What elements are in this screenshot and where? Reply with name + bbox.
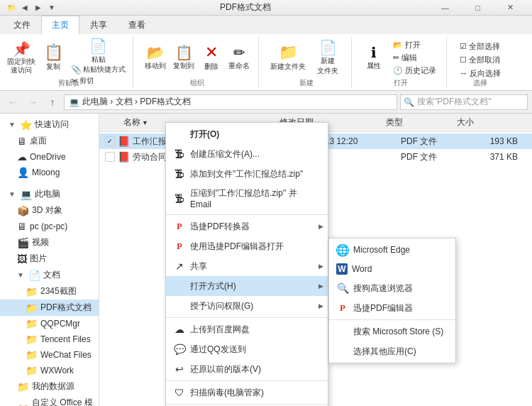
address-bar: ← → ↑ 💻 此电脑 › 文档 › PDF格式文档 🔍 搜索"PDF格式文档" xyxy=(0,91,532,114)
copy-to-button[interactable]: 📋 复制到 xyxy=(170,38,197,77)
file-checkbox-1[interactable]: ✓ xyxy=(105,136,115,146)
sidebar-item-desktop[interactable]: 🖥 桌面 xyxy=(0,133,99,149)
ctx-email-icon: 🗜 xyxy=(173,192,186,205)
sidebar-item-3dobjects[interactable]: 📦 3D 对象 xyxy=(0,202,99,219)
maximize-button[interactable]: □ xyxy=(462,0,494,16)
ctx-share[interactable]: ↗ 共享 xyxy=(166,256,328,276)
properties-label: 属性 xyxy=(367,61,381,71)
up-button[interactable]: ↑ xyxy=(44,94,61,111)
edit-icon: ✏ xyxy=(393,53,399,62)
submenu-sogou[interactable]: 🔍 搜狗高速浏览器 xyxy=(329,278,455,298)
col-type[interactable]: 类型 xyxy=(383,116,454,128)
address-path[interactable]: 💻 此电脑 › 文档 › PDF格式文档 xyxy=(64,94,397,110)
submenu-xunjie[interactable]: P 迅捷PDF编辑器 xyxy=(329,298,455,318)
sidebar-item-thispc[interactable]: ▼ 💻 此电脑 xyxy=(0,186,99,202)
close-button[interactable]: ✕ xyxy=(494,0,526,16)
select-all-button[interactable]: ☑ 全部选择 xyxy=(455,40,505,53)
tab-share[interactable]: 共享 xyxy=(79,16,118,34)
ctx-add-to-zip[interactable]: 🗜 添加到文件"工作汇报总结.zip" xyxy=(166,164,328,184)
submenu-edge[interactable]: 🌐 Microsoft Edge xyxy=(329,240,455,260)
sidebar-item-tencent[interactable]: 📁 Tencent Files xyxy=(0,331,99,347)
organize-buttons: 📂 移动到 📋 复制到 ✕ 删除 ✏ 重命名 xyxy=(142,37,253,78)
rename-button[interactable]: ✏ 重命名 xyxy=(226,38,253,77)
ctx-open[interactable]: 打开(O) xyxy=(166,124,328,144)
sidebar-item-documents[interactable]: ▼ 📄 文档 xyxy=(0,267,99,283)
ctx-addzip-icon: 🗜 xyxy=(173,168,186,180)
ribbon-group-open: ℹ 属性 📂 打开 ✏ 编辑 🕐 历史记录 打开 xyxy=(355,37,447,88)
sidebar-item-pictures[interactable]: 🖼 图片 xyxy=(0,251,99,267)
sidebar-label-wechat: WeChat Files xyxy=(40,350,92,360)
sidebar-item-mloong[interactable]: 👤 Mloong xyxy=(0,165,99,180)
move-to-button[interactable]: 📂 移动到 xyxy=(142,38,169,77)
minimize-button[interactable]: — xyxy=(429,0,461,16)
pin-button[interactable]: 📌 固定到快速访问 xyxy=(4,38,38,77)
rename-label: 重命名 xyxy=(228,61,250,71)
ctx-compress-email[interactable]: 🗜 压缩到"工作汇报总结.zip" 并 Email xyxy=(166,184,328,213)
submenu-ms-store[interactable]: 搜索 Microsoft Store (S) xyxy=(329,322,455,341)
ctx-openwith-icon xyxy=(173,280,186,292)
new-item-button[interactable]: 📄 新建文件夹 xyxy=(310,38,345,77)
submenu-other-app[interactable]: 选择其他应用(C) xyxy=(329,341,455,361)
ctx-xunjie-pdf[interactable]: P 迅捷PDF转换器 xyxy=(166,216,328,236)
sidebar-label-qqpc: QQPCMgr xyxy=(40,319,80,329)
sidebar-item-video[interactable]: 🎬 视频 xyxy=(0,234,99,251)
sidebar-item-quickaccess[interactable]: ▼ ⭐ 快速访问 xyxy=(0,116,99,133)
ctx-scan-virus[interactable]: 🛡 扫描病毒(电脑管家) xyxy=(166,383,328,402)
ctx-open-with[interactable]: 打开方式(H) xyxy=(166,276,328,296)
new-folder-button[interactable]: 📁 新建文件夹 xyxy=(267,38,309,77)
ctx-open-label: 打开(O) xyxy=(190,128,219,141)
tab-home[interactable]: 主页 xyxy=(41,16,79,34)
delete-button[interactable]: ✕ 删除 xyxy=(199,38,224,77)
sidebar-item-2345[interactable]: 📁 2345截图 xyxy=(0,283,99,300)
ctx-restore-version[interactable]: ↩ 还原以前的版本(V) xyxy=(166,359,328,379)
ctx-use-pdf-editor[interactable]: P 使用迅捷PDF编辑器打开 xyxy=(166,236,328,256)
col-type-label: 类型 xyxy=(386,116,403,128)
col-size[interactable]: 大小 xyxy=(454,116,532,128)
file-checkbox-2[interactable] xyxy=(105,152,115,162)
window-controls[interactable]: — □ ✕ xyxy=(429,0,526,16)
history-button[interactable]: 🕐 历史记录 xyxy=(389,64,440,77)
sidebar-item-datasource[interactable]: 📁 我的数据源 xyxy=(0,378,99,395)
submenu-word[interactable]: W Word xyxy=(329,260,455,278)
mloong-icon: 👤 xyxy=(17,167,29,178)
ctx-send-qq[interactable]: 💬 通过QQ发送到 xyxy=(166,339,328,359)
ctx-zip-label: 创建压缩文件(A)... xyxy=(190,148,260,160)
open-sub-icon: 📂 xyxy=(393,40,403,50)
ctx-grant-access[interactable]: 授予访问权限(G) xyxy=(166,296,328,316)
paste-button[interactable]: 📄 粘贴 xyxy=(68,38,128,64)
open-sub-button[interactable]: 📂 打开 xyxy=(389,38,440,51)
ctx-share-label: 共享 xyxy=(190,260,207,273)
back-button[interactable]: ← xyxy=(4,94,21,111)
sidebar-label-desktop: 桌面 xyxy=(30,135,47,147)
sidebar-label-onedrive: OneDrive xyxy=(30,152,66,162)
paste-shortcut-button[interactable]: 📎 粘贴快捷方式 xyxy=(68,64,128,75)
forward-icon: ▶ xyxy=(33,2,44,13)
properties-button[interactable]: ℹ 属性 xyxy=(360,38,387,77)
ctx-upload-baidu[interactable]: ☁ 上传到百度网盘 xyxy=(166,319,328,339)
sidebar-label-quickaccess: 快速访问 xyxy=(35,119,69,131)
search-box[interactable]: 🔍 搜索"PDF格式文档" xyxy=(400,94,528,110)
wechat-icon: 📁 xyxy=(26,349,38,361)
ctx-baidu-label: 上传到百度网盘 xyxy=(190,324,250,336)
sidebar-item-pdfdir[interactable]: 📁 PDF格式文档 xyxy=(0,300,99,316)
edge-label: Microsoft Edge xyxy=(353,245,410,255)
ctx-restore-icon: ↩ xyxy=(173,363,186,375)
sidebar-item-onedrive[interactable]: ☁ OneDrive xyxy=(0,149,99,165)
sidebar-item-officetpl[interactable]: 📁 自定义 Office 模板 xyxy=(0,395,99,406)
select-group-label: 选择 xyxy=(450,78,511,88)
forward-button[interactable]: → xyxy=(24,94,41,111)
new-folder-label: 新建文件夹 xyxy=(270,62,306,72)
edit-button[interactable]: ✏ 编辑 xyxy=(389,51,440,64)
word-icon: W xyxy=(336,263,348,275)
sidebar-item-pc[interactable]: 🖥 pc (pc-pc) xyxy=(0,219,99,234)
copy-button[interactable]: 📋 复制 xyxy=(40,38,67,77)
open-sub-label: 打开 xyxy=(405,40,421,50)
docs-icon: 📄 xyxy=(28,270,40,281)
deselect-all-button[interactable]: ☐ 全部取消 xyxy=(455,53,505,66)
sidebar-item-qqpc[interactable]: 📁 QQPCMgr xyxy=(0,316,99,331)
tab-view[interactable]: 查看 xyxy=(118,16,156,34)
ctx-create-zip[interactable]: 🗜 创建压缩文件(A)... xyxy=(166,144,328,164)
tab-file[interactable]: 文件 xyxy=(3,16,41,34)
sidebar-item-wechat[interactable]: 📁 WeChat Files xyxy=(0,347,99,363)
sidebar-item-wxwork[interactable]: 📁 WXWork xyxy=(0,363,99,378)
